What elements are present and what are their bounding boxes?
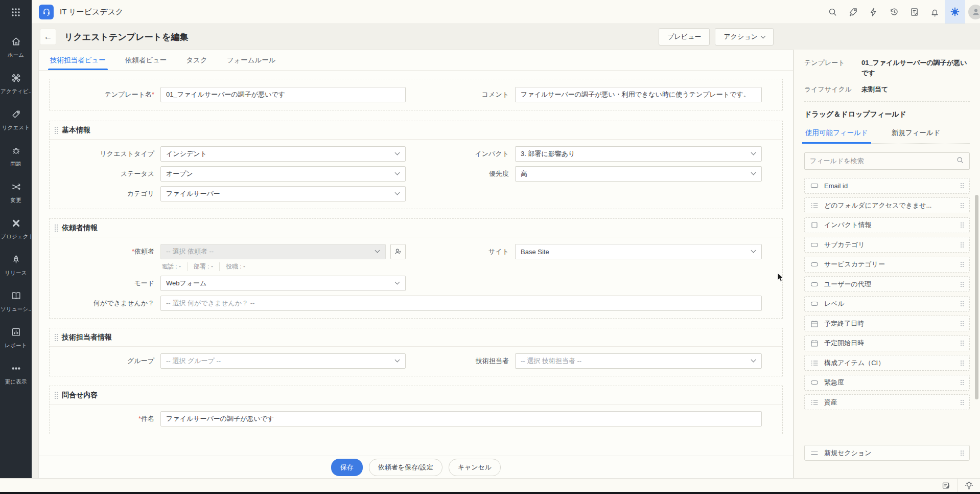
sidebar-item-home[interactable]: ホーム <box>0 36 32 59</box>
drag-handle-icon[interactable] <box>960 340 964 346</box>
section-requester-header[interactable]: 依頼者情報 <box>50 219 782 237</box>
drag-handle-icon[interactable] <box>960 301 964 307</box>
lightbulb-icon[interactable] <box>958 479 980 492</box>
section-technician-header[interactable]: 技術担当者情報 <box>50 328 782 347</box>
sidebar-item-projects[interactable]: プロジェクト <box>0 218 32 240</box>
drag-handle-icon[interactable] <box>54 333 58 342</box>
sidebar-item-changes[interactable]: 変更 <box>0 182 32 204</box>
what-cannot-do-input[interactable]: -- 選択 何ができませんか？ -- <box>160 296 762 311</box>
chevron-down-icon <box>395 150 400 155</box>
category-select[interactable]: ファイルサーバー <box>160 186 406 201</box>
app-logo-headset-icon[interactable] <box>39 5 54 19</box>
tab-tasks[interactable]: タスク <box>186 50 207 70</box>
mode-select[interactable]: Webフォーム <box>160 276 406 291</box>
site-select[interactable]: Base Site <box>515 244 762 259</box>
requester-label: *依頼者 <box>50 248 154 256</box>
new-request-icon[interactable] <box>843 0 863 24</box>
drag-handle-icon[interactable] <box>960 321 964 327</box>
drag-handle-icon[interactable] <box>960 203 964 209</box>
tab-form-rules[interactable]: フォームルール <box>227 50 276 70</box>
chevron-down-icon <box>751 170 756 175</box>
section-basic-header[interactable]: 基本情報 <box>50 121 782 140</box>
drag-handle-icon[interactable] <box>960 183 964 189</box>
field-item[interactable]: サブカテゴリ <box>804 237 970 253</box>
drag-handle-icon[interactable] <box>960 261 964 267</box>
comment-input[interactable]: ファイルサーバーの調子が悪い・利用できない時に使うテンプレートです。 <box>515 87 762 102</box>
subject-input[interactable]: ファイルサーバーの調子が悪いです <box>160 411 762 426</box>
field-item[interactable]: 緊急度 <box>804 375 970 391</box>
tab-available-fields[interactable]: 使用可能フィールド <box>804 128 869 143</box>
add-requester-button[interactable] <box>390 244 406 259</box>
panel-scrollbar[interactable] <box>975 195 978 399</box>
search-icon[interactable] <box>822 0 843 24</box>
field-item[interactable]: インパクト情報 <box>804 217 970 233</box>
field-item[interactable]: Email id <box>804 178 970 194</box>
field-item[interactable]: 予定終了日時 <box>804 316 970 331</box>
drag-handle-icon[interactable] <box>960 281 964 287</box>
quick-actions-icon[interactable] <box>863 0 883 24</box>
sidebar-item-releases[interactable]: リリース <box>0 254 32 277</box>
user-avatar[interactable] <box>968 5 980 19</box>
request-type-label: リクエストタイプ <box>50 150 154 159</box>
sidebar-item-requests[interactable]: リクエスト <box>0 109 32 131</box>
group-select[interactable]: -- 選択 グループ -- <box>160 353 406 369</box>
field-item[interactable]: レベル <box>804 296 970 312</box>
compose-note-icon[interactable] <box>935 479 957 492</box>
drag-handle-icon[interactable] <box>54 126 58 134</box>
drag-handle-icon[interactable] <box>960 242 964 248</box>
tab-new-fields[interactable]: 新規フィールド <box>891 128 942 143</box>
request-type-select[interactable]: インシデント <box>160 146 406 162</box>
template-name-label: テンプレート名* <box>50 91 154 99</box>
field-item[interactable]: 資産 <box>804 394 970 410</box>
section-title: 問合せ内容 <box>62 391 98 400</box>
apps-grid-icon[interactable] <box>0 0 32 24</box>
field-item[interactable]: 予定開始日時 <box>804 335 970 351</box>
drag-handle-icon[interactable] <box>960 450 964 456</box>
history-icon[interactable] <box>883 0 904 24</box>
job-title-meta: 役職 : - <box>219 262 251 271</box>
feedback-icon[interactable] <box>904 0 924 24</box>
field-item[interactable]: サービスカテゴリー <box>804 257 970 273</box>
new-section-item[interactable]: 新規セクション <box>804 445 970 461</box>
form-footer: 保存 依頼者を保存/設定 キャンセル <box>39 456 793 478</box>
impact-select[interactable]: 3. 部署に影響あり <box>515 146 762 162</box>
section-requester-info: 依頼者情報 *依頼者 -- 選択 依頼者 -- サイト Base Site <box>49 218 783 319</box>
drag-handle-icon[interactable] <box>960 399 964 406</box>
tab-technician-view[interactable]: 技術担当者ビュー <box>50 50 106 70</box>
field-item[interactable]: 構成アイテム（CI） <box>804 355 970 371</box>
sidebar-item-more[interactable]: 更に表示 <box>0 363 32 386</box>
cancel-button[interactable]: キャンセル <box>449 459 501 476</box>
section-inquiry-header[interactable]: 問合せ内容 <box>50 386 782 405</box>
drag-handle-icon[interactable] <box>960 379 964 386</box>
field-item[interactable]: ユーザーの代理 <box>804 276 970 292</box>
technician-select[interactable]: -- 選択 技術担当者 -- <box>515 353 762 369</box>
priority-select[interactable]: 高 <box>515 166 762 182</box>
drag-handle-icon[interactable] <box>960 222 964 228</box>
back-arrow-button[interactable]: ← <box>40 29 56 45</box>
sidebar-item-activities[interactable]: アクティビ... <box>0 73 32 95</box>
actions-dropdown-button[interactable]: アクション <box>715 28 774 46</box>
sidebar-item-reports[interactable]: レポート <box>0 327 32 349</box>
drag-handle-icon[interactable] <box>960 360 964 366</box>
field-search-input[interactable] <box>810 157 956 165</box>
sidebar-item-problems[interactable]: 問題 <box>0 145 32 168</box>
requester-select[interactable]: -- 選択 依頼者 -- <box>160 244 386 259</box>
sidebar-item-solutions[interactable]: ソリューシ... <box>0 290 32 313</box>
save-button[interactable]: 保存 <box>331 459 363 476</box>
drag-handle-icon[interactable] <box>54 391 58 399</box>
tab-requester-view[interactable]: 依頼者ビュー <box>125 50 167 70</box>
more-dots-icon <box>11 363 21 376</box>
notifications-bell-icon[interactable] <box>924 0 945 24</box>
template-name-input[interactable]: 01_ファイルサーバーの調子が悪いです <box>160 87 406 102</box>
field-item[interactable]: どのフォルダにアクセスできませ... <box>804 197 970 213</box>
page-header: ← リクエストテンプレートを編集 プレビュー アクション <box>32 24 980 50</box>
status-select[interactable]: オープン <box>160 166 406 182</box>
drag-handle-icon[interactable] <box>54 224 58 232</box>
preview-button[interactable]: プレビュー <box>659 28 710 46</box>
settings-gear-icon[interactable] <box>945 0 965 24</box>
chevron-down-icon <box>751 357 756 363</box>
save-requester-button[interactable]: 依頼者を保存/設定 <box>369 459 442 476</box>
field-search-box <box>804 152 970 170</box>
what-cannot-do-label: 何ができませんか？ <box>50 299 154 308</box>
main-sidebar: ホーム アクティビ... リクエスト 問題 変更 プロジェクト リリース ソリ <box>0 0 32 478</box>
